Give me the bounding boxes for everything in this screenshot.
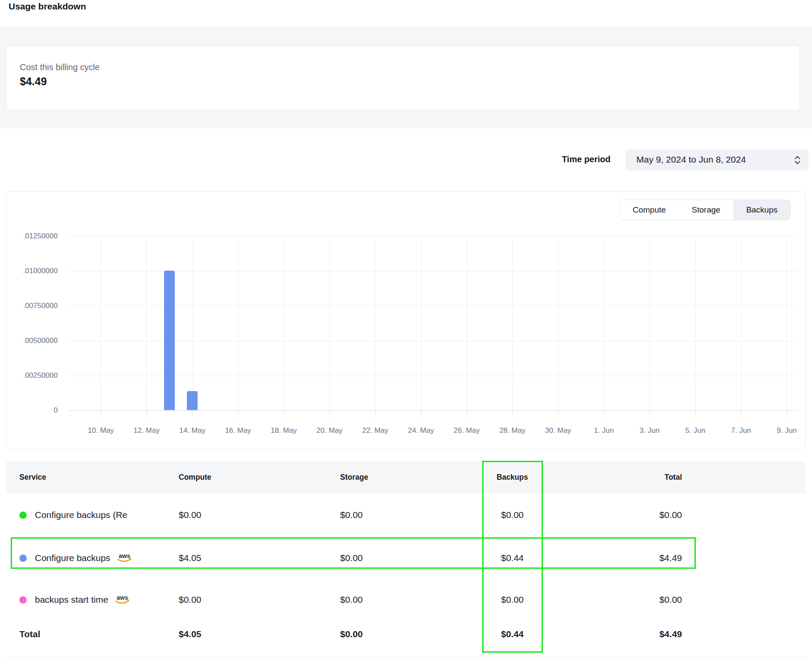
x-tick-label: 26. May [454,426,480,435]
service-name: Configure backups (Resto [35,510,128,520]
x-tick-label: 9. Jun [777,426,797,435]
h-gridline [68,410,798,411]
time-period-label: Time period [555,154,611,164]
x-tick-label: 5. Jun [685,426,705,435]
x-tickmark [650,410,650,417]
col-header-compute: Compute [179,461,211,493]
x-tickmark [558,410,558,417]
series-dot-green [19,512,27,519]
tab-backups[interactable]: Backups [733,200,790,220]
v-gridline [192,236,193,410]
x-tick-label: 20. May [316,426,342,435]
storage-total: $0.00 [340,611,435,657]
col-header-backups: Backups [482,461,542,493]
col-header-total: Total [596,461,682,493]
x-tickmark [787,410,787,417]
usage-chart-card: Compute Storage Backups .01250000.010000… [6,191,806,450]
x-tick-label: 24. May [408,426,434,435]
series-dot-blue [19,555,27,562]
x-tick-label: 18. May [271,426,297,435]
x-tickmark [238,410,239,417]
storage-value: $0.00 [340,537,435,579]
h-gridline [68,341,798,341]
x-tickmark [421,410,421,417]
bar-chart-plot [68,236,798,410]
compute-value: $4.05 [179,537,273,579]
v-gridline [558,236,558,410]
table-row: Configure backups (Resto $0.00 $0.00 $0.… [6,493,806,537]
tab-storage[interactable]: Storage [679,200,734,220]
x-tickmark [101,410,101,417]
time-period-value: May 9, 2024 to Jun 8, 2024 [636,154,746,165]
billing-cycle-card: Cost this billing cycle $4.49 [6,46,800,111]
storage-value: $0.00 [340,493,435,537]
usage-bar-14-May[interactable] [187,391,198,410]
x-tick-label: 3. Jun [640,426,660,435]
backups-total: $0.44 [482,611,542,657]
total-row-label: Total [19,611,40,657]
x-tickmark [741,410,741,417]
total-value: $4.49 [596,537,682,579]
grand-total: $4.49 [596,611,682,657]
x-tick-label: 1. Jun [594,426,614,435]
backups-value: $0.44 [482,537,542,579]
aws-logo-icon: aws [116,552,133,564]
table-header: Service Compute Storage Backups Total [6,461,806,493]
y-tick-label: .01000000 [6,267,58,275]
x-tickmark [284,410,284,417]
v-gridline [329,236,330,410]
page-title: Usage breakdown [9,1,86,12]
v-gridline [695,236,696,410]
y-tick-label: .00750000 [6,302,58,310]
time-period-select[interactable]: May 9, 2024 to Jun 8, 2024 [625,149,809,170]
usage-breakdown-page: Usage breakdown Cost this billing cycle … [0,0,812,666]
v-gridline [238,236,239,410]
svg-text:aws: aws [117,594,128,601]
v-gridline [146,236,147,410]
x-tick-label: 16. May [225,426,251,435]
v-gridline [604,236,604,410]
y-tick-label: .00500000 [6,336,58,345]
compute-total: $4.05 [179,611,273,657]
table-row: Configure backups aws $4.05 $0.00 $0.44 … [6,537,806,579]
chevron-up-down-icon [793,155,801,165]
x-tickmark [512,410,513,417]
service-name: backups start time [35,595,108,605]
x-tickmark [329,410,330,417]
x-tick-label: 30. May [545,426,571,435]
summary-band: Cost this billing cycle $4.49 [0,27,812,128]
v-gridline [512,236,513,410]
usage-bar-13-May[interactable] [164,271,175,410]
v-gridline [421,236,421,410]
svg-text:aws: aws [119,552,130,559]
x-tick-label: 28. May [499,426,525,435]
aws-logo-icon: aws [114,594,130,606]
x-tickmark [375,410,376,417]
v-gridline [787,236,787,410]
billing-cycle-cost: $4.49 [20,75,47,88]
v-gridline [741,236,741,410]
h-gridline [68,271,798,271]
x-tick-label: 22. May [362,426,388,435]
x-tick-label: 7. Jun [731,426,751,435]
total-value: $0.00 [596,493,682,537]
h-gridline [68,306,798,306]
col-header-storage: Storage [340,461,368,493]
x-tick-label: 12. May [133,426,159,435]
tab-compute[interactable]: Compute [620,200,679,220]
h-gridline [68,376,798,376]
service-name: Configure backups [35,553,110,563]
x-tick-label: 14. May [179,426,205,435]
x-tickmark [695,410,696,417]
y-tick-label: 0 [6,406,58,415]
metric-tabs: Compute Storage Backups [619,200,791,220]
table-total-row: Total $4.05 $0.00 $0.44 $4.49 [6,611,806,657]
v-gridline [375,236,376,410]
y-tick-label: .00250000 [6,371,58,380]
x-tick-label: 10. May [88,426,114,435]
billing-cycle-label: Cost this billing cycle [20,62,100,72]
x-tickmark [604,410,604,417]
series-dot-pink [19,596,27,604]
v-gridline [101,236,101,410]
x-tickmark [192,410,193,417]
